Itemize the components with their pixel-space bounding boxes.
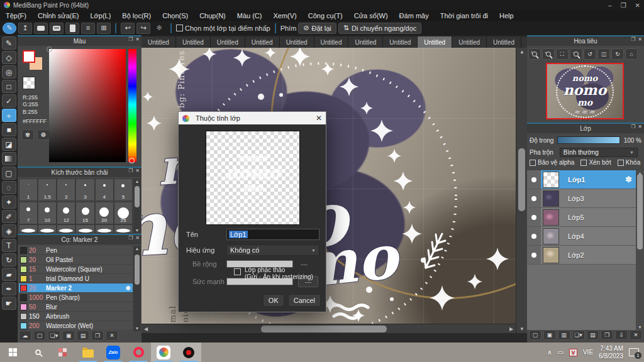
layer-settings-gear-icon[interactable]: ✽ [625, 175, 632, 184]
layer-row[interactable]: Lớp5 [527, 208, 636, 227]
menu-select[interactable]: Chọn(S) [157, 12, 194, 19]
canvas-tab[interactable]: Untitled [211, 36, 245, 48]
brush-list-scrollbar[interactable]: ▲ ▼ [133, 246, 141, 331]
canvas-tab[interactable]: Untitled [314, 36, 349, 48]
popout-icon[interactable]: ❐ [128, 235, 133, 241]
zoom-in-button[interactable]: + [542, 48, 555, 60]
brush-delete-button[interactable]: ✕ [106, 331, 118, 341]
brush-row[interactable]: 15Watercolor (Square) [19, 265, 133, 274]
brush-size-cell[interactable]: 3 [75, 178, 94, 201]
brush-duplicate-button[interactable]: ❐ [91, 331, 104, 341]
close-icon[interactable]: ✕ [638, 124, 642, 129]
canvas-tab[interactable]: Untitled [245, 36, 280, 48]
select-eraser-tool[interactable]: ◈ [2, 224, 16, 238]
brush-row-selected[interactable]: 20Marker 2✽ [19, 283, 133, 293]
menu-tools[interactable]: Công cụ(T) [303, 12, 348, 19]
ok-button[interactable]: OK [263, 294, 284, 307]
brush-size-cell[interactable]: 15 [75, 202, 94, 224]
hue-slider[interactable] [128, 49, 136, 162]
scroll-thumb[interactable] [518, 148, 525, 211]
layer-list-scrollbar[interactable]: ▲ ▼ [636, 170, 644, 330]
layer-visibility-toggle[interactable] [527, 227, 541, 245]
taskbar-medibang[interactable] [151, 343, 176, 362]
brush-row[interactable]: 50Blur [19, 302, 133, 312]
brush-size-cell[interactable]: 5 [114, 178, 133, 201]
menu-timelapse[interactable]: Thời gian trôi đi [435, 12, 494, 19]
brush-size-cell[interactable]: 1 [19, 178, 38, 201]
canvas-tab-active[interactable]: Untitled [418, 36, 452, 48]
transparent-swatch[interactable] [23, 77, 35, 89]
reset-button[interactable]: ⊘ Đặt lại [298, 23, 336, 34]
redo-button[interactable]: ↪ [136, 23, 150, 34]
brush-row[interactable]: 200Watercolor (Wet) [19, 321, 133, 331]
menu-view[interactable]: Xem(V) [267, 12, 302, 19]
canvas-tab[interactable]: Untitled [142, 36, 176, 48]
canvas-vscrollbar[interactable]: ▲ ▼ [516, 48, 527, 333]
bucket-tool[interactable]: ◪ [2, 138, 16, 151]
new-1bit-layer-button[interactable]: ▥ [558, 330, 570, 340]
new-8bit-layer-button[interactable]: ▣ [543, 330, 556, 340]
zoom-100-button[interactable]: 1 [528, 48, 541, 60]
loupe-button[interactable]: ⌂ [625, 48, 638, 60]
brush-row[interactable]: 20Pen [19, 246, 133, 255]
scroll-up-icon[interactable]: ▲ [516, 49, 528, 55]
brush-tool[interactable]: ✎ [2, 36, 16, 50]
popout-icon[interactable]: ❐ [631, 36, 635, 42]
scroll-thumb[interactable] [135, 186, 140, 207]
select-layer-checkbox[interactable] [176, 25, 183, 31]
start-button[interactable] [0, 343, 25, 362]
taskbar-file-explorer[interactable] [75, 343, 101, 362]
taskbar-opera[interactable] [126, 343, 151, 362]
layer-visibility-toggle[interactable] [527, 246, 541, 264]
scroll-down-icon[interactable]: ▼ [636, 325, 644, 329]
tray-device-icon[interactable]: ▭ [557, 349, 563, 356]
primary-color-swatch[interactable] [23, 50, 35, 63]
message-button[interactable] [50, 23, 64, 34]
scroll-up-icon[interactable]: ▲ [133, 179, 141, 184]
brush-row[interactable]: 150Airbrush [19, 312, 133, 321]
delete-layer-button[interactable]: ✕ [630, 330, 642, 340]
protect-alpha-checkbox[interactable] [530, 160, 536, 166]
close-icon[interactable]: ✕ [135, 36, 140, 42]
brush-size-cell[interactable]: 2 [57, 178, 75, 201]
comment-button[interactable] [34, 23, 48, 34]
flip-view-button[interactable]: ◫ [597, 48, 610, 60]
rotate-reset-button[interactable]: ↻ [611, 48, 624, 60]
close-icon[interactable]: ✕ [638, 36, 642, 42]
scroll-up-icon[interactable]: ▲ [133, 246, 141, 251]
layer-row[interactable]: Lớp3 [527, 189, 636, 208]
scroll-thumb[interactable] [135, 255, 140, 285]
menu-window[interactable]: Cửa sổ(W) [348, 12, 394, 19]
select-pen-tool[interactable]: ✐ [2, 210, 16, 223]
taskbar-app-grid[interactable] [50, 343, 75, 362]
brush-settings-gear-icon[interactable]: ✽ [126, 285, 131, 292]
move-tool[interactable]: ＋ [2, 109, 16, 122]
eraser-tool[interactable]: ◇ [2, 51, 16, 64]
magic-wand-tool[interactable]: ✦ [2, 195, 16, 209]
canvas-tab[interactable]: Untitled [348, 36, 383, 48]
layer-name-input[interactable]: Lớp1 [226, 229, 319, 240]
add-layer-menu-button[interactable]: ❏▾ [572, 330, 585, 340]
scroll-thumb[interactable] [637, 174, 643, 250]
canvas-tab[interactable]: Untitled [452, 36, 487, 48]
blend-mode-dropdown[interactable]: Bình thường ▼ [560, 148, 638, 157]
canvas-settings-button[interactable]: ⊞ [97, 23, 111, 34]
slice-tool[interactable]: ▰ [2, 268, 16, 281]
brush-size-scrollbar[interactable]: ▲ ▼ [133, 178, 141, 233]
saturation-value-picker[interactable] [49, 49, 126, 162]
cloud-brush-button[interactable]: ✎ [3, 23, 16, 34]
canvas-tab[interactable]: Untitled [487, 36, 521, 48]
language-indicator[interactable]: VIE [583, 349, 593, 356]
hand-tool[interactable]: ☛ [2, 297, 16, 310]
select-rect-tool[interactable]: ▢ [2, 167, 16, 180]
menu-layer[interactable]: Lớp(L) [84, 12, 116, 19]
menu-help[interactable]: Help [494, 12, 519, 19]
brush-size-cell[interactable] [19, 224, 38, 233]
merge-layer-button[interactable]: ⇩ [615, 330, 628, 340]
scroll-thumb[interactable] [261, 326, 387, 332]
brush-size-cell[interactable]: 12 [57, 202, 75, 224]
layer-visibility-toggle[interactable] [527, 208, 541, 226]
menu-color[interactable]: Màu (C) [231, 12, 268, 19]
close-button[interactable]: ✕ [635, 2, 640, 9]
history-button[interactable]: ≡ [81, 23, 95, 34]
